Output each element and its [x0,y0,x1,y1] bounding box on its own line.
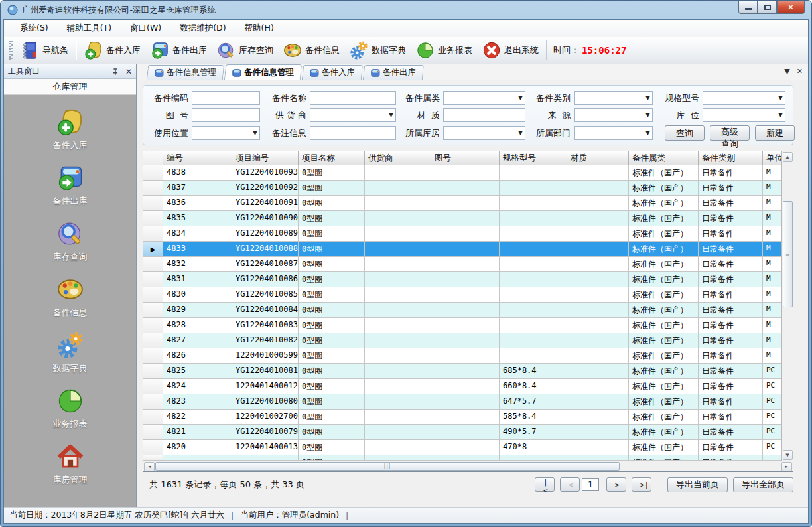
tab-close-icon[interactable]: ✕ [797,67,803,76]
last-page-button[interactable]: >| [632,477,651,492]
sidebar-item-parts-info[interactable]: 备件信息 [4,269,136,325]
menu-item-help[interactable]: 帮助(H) [236,20,283,37]
row-selector[interactable] [143,257,163,272]
table-row-partial[interactable]: 0型圈标准件（国产）日常备件 [143,455,781,461]
part-attribute-category-select[interactable]: ▼ [443,91,525,105]
menu-item-data-maintenance[interactable]: 数据维护(D) [170,20,235,37]
page-input[interactable] [582,478,599,491]
scroll-left-icon[interactable]: ◄ [144,462,155,471]
table-row[interactable]: 4832YG122040100870型圈标准件（国产）日常备件M [143,257,781,272]
row-selector[interactable] [143,348,163,364]
table-row[interactable]: 4835YG122040100900型圈标准件（国产）日常备件M [143,211,781,226]
sidebar-item-inventory-query[interactable]: 库存查询 [4,213,136,269]
column-header-10[interactable]: 单位 [763,151,781,165]
table-row[interactable]: ▶4833YG122040100880型圈标准件（国产）日常备件M [143,242,781,257]
column-header-3[interactable]: 项目名称 [299,151,365,165]
toolbar-parts-info[interactable]: 备件信息 [278,38,344,62]
table-row[interactable]: 4827YG122040100820型圈标准件（国产）日常备件M [143,333,781,348]
spec-model-select[interactable]: ▼ [703,91,785,105]
scroll-up-icon[interactable]: ▲ [783,152,793,162]
row-selector[interactable] [143,394,163,410]
row-selector[interactable] [143,272,163,287]
toolbar-parts-outbound[interactable]: 备件出库 [145,38,212,62]
sidebar-item-parts-inbound[interactable]: 备件入库 [4,102,136,157]
column-header-8[interactable]: 备件属类 [629,151,699,165]
row-selector[interactable] [143,303,163,318]
row-selector[interactable] [143,425,163,440]
v-scrollbar[interactable]: ▲ ≡ ▼ [781,151,793,461]
toolbar-inventory-query[interactable]: 库存查询 [212,38,278,62]
maximize-button[interactable] [758,1,777,14]
row-selector[interactable] [143,455,163,461]
table-row[interactable]: 4829YG122040100840型圈标准件（国产）日常备件M [143,303,781,318]
column-header-2[interactable]: 项目编号 [232,151,299,165]
table-row[interactable]: 4828YG122040100830型圈标准件（国产）日常备件M [143,318,781,333]
table-row[interactable]: 4838YG122040100930型圈标准件（国产）日常备件M [143,165,781,181]
menu-item-window[interactable]: 窗口(W) [121,20,170,37]
row-selector[interactable] [143,165,163,181]
table-row[interactable]: 482212204010027000型圈585*8.4标准件（国产）日常备件PC [143,410,781,425]
tab-parts-outbound[interactable]: 备件出库 [363,65,424,80]
table-row[interactable]: 4821YG122040100790型圈490*5.7标准件（国产）日常备件PC [143,425,781,440]
stock-location-select[interactable]: ▼ [703,108,785,122]
row-selector[interactable] [143,379,163,394]
table-row[interactable]: 482012204014000130型圈470*8标准件（国产）日常备件PC [143,440,781,455]
row-selector[interactable] [143,364,163,379]
close-button[interactable]: ✕ [777,1,805,14]
query-button[interactable]: 查询 [665,125,705,141]
supplier-select[interactable]: ▼ [310,108,396,122]
row-selector[interactable] [143,196,163,211]
v-scroll-thumb[interactable]: ≡ [783,201,793,307]
row-selector[interactable] [143,226,163,242]
remark-info-input[interactable] [310,126,396,140]
advanced-query-button[interactable]: 高级查询 [710,125,750,141]
row-selector[interactable] [143,287,163,303]
sidebar-close-icon[interactable]: ✕ [125,67,132,76]
column-header-4[interactable]: 供货商 [365,151,431,165]
pin-icon[interactable] [111,67,120,76]
menu-item-system[interactable]: 系统(S) [11,20,58,37]
table-row[interactable]: 4836YG122040100910型圈标准件（国产）日常备件M [143,196,781,211]
row-selector[interactable] [143,318,163,333]
table-row[interactable]: 4834YG122040100890型圈标准件（国产）日常备件M [143,226,781,242]
export-current-button[interactable]: 导出当前页 [667,477,728,492]
column-header-7[interactable]: 材质 [567,151,629,165]
scroll-right-icon[interactable]: ► [781,462,792,471]
title-bar[interactable]: 广州爱奇迪软件科技有限公司-深田之星仓库管理系统 ✕ [3,1,809,19]
table-row[interactable]: 4830YG122040100850型圈标准件（国产）日常备件M [143,287,781,303]
table-row[interactable]: 4837YG122040100920型圈标准件（国产）日常备件M [143,181,781,196]
usage-position-select[interactable]: ▼ [192,126,260,140]
h-scroll-thumb[interactable]: ||| [155,462,620,471]
row-selector[interactable] [143,440,163,455]
table-row[interactable]: 482612204010005990型圈标准件（国产）日常备件M [143,348,781,364]
menu-item-aux-tools[interactable]: 辅助工具(T) [58,20,121,37]
export-all-button[interactable]: 导出全部页 [733,477,793,492]
toolbar-exit-system[interactable]: 退出系统 [477,38,543,62]
next-page-button[interactable]: > [606,477,626,492]
prev-page-button[interactable]: < [560,477,580,492]
material-input[interactable] [443,108,525,122]
toolbar-business-report[interactable]: 业务报表 [411,38,477,62]
column-header-9[interactable]: 备件类别 [699,151,763,165]
new-button[interactable]: 新建 [755,125,795,141]
row-selector[interactable] [143,211,163,226]
source-select[interactable]: ▼ [574,108,653,122]
table-row[interactable]: 4823YG122040100800型圈647*5.7标准件（国产）日常备件PC [143,394,781,410]
sidebar-item-business-report[interactable]: 业务报表 [4,380,136,436]
part-name-input[interactable] [310,91,396,105]
part-class-select[interactable]: ▼ [574,91,653,105]
toolbar-nav-bar[interactable]: 导航条 [15,38,73,62]
tab-parts-info-mgmt-1[interactable]: 备件信息管理 [147,65,224,80]
table-row[interactable]: 4825YG122040100810型圈685*8.4标准件（国产）日常备件PC [143,364,781,379]
drawing-no-input[interactable] [192,108,260,122]
row-selector[interactable] [143,410,163,425]
column-header-1[interactable]: 编号 [163,151,232,165]
scroll-down-icon[interactable]: ▼ [783,450,793,460]
row-selector[interactable]: ▶ [143,242,163,257]
sidebar-item-parts-outbound[interactable]: 备件出库 [4,157,136,213]
sidebar-item-warehouse-mgmt[interactable]: 库房管理 [4,436,136,492]
first-page-button[interactable]: |< [535,477,555,492]
toolbar-data-dictionary[interactable]: 数据字典 [344,38,411,62]
tab-parts-inbound[interactable]: 备件入库 [302,65,363,80]
column-header-6[interactable]: 规格型号 [500,151,567,165]
